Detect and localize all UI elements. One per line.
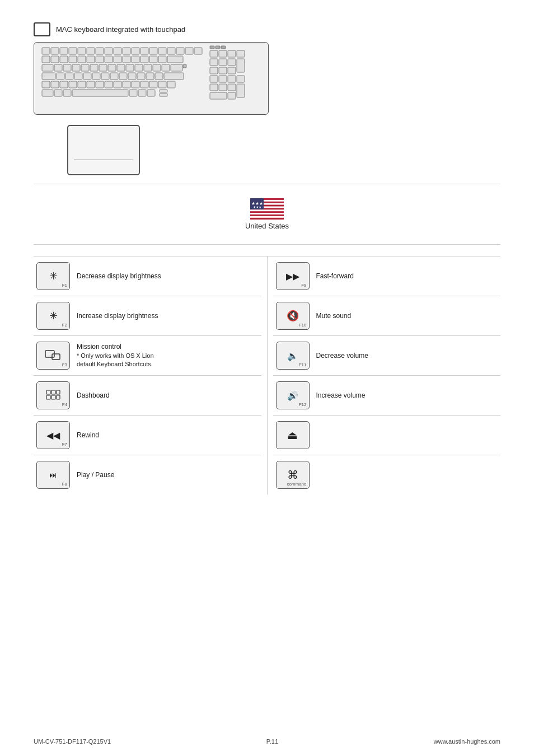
footer: UM-CV-751-DF117-Q215V1 P.11 www.austin-h… — [34, 738, 500, 745]
svg-rect-4 — [78, 48, 86, 54]
svg-rect-13 — [158, 48, 166, 54]
svg-rect-76 — [164, 73, 184, 80]
shortcut-desc-F2: Increase display brightness — [77, 311, 158, 321]
svg-rect-93 — [149, 81, 157, 88]
svg-rect-96 — [210, 84, 218, 91]
svg-rect-64 — [57, 73, 64, 80]
fkey-icon-F8: ⏭F8 — [36, 461, 70, 489]
svg-rect-72 — [128, 73, 136, 80]
svg-rect-89 — [114, 81, 121, 88]
fkey-icon-F1: ✳F1 — [36, 262, 70, 290]
country-label: United States — [245, 222, 289, 230]
shortcut-desc-F11: Decrease volume — [316, 351, 368, 361]
fkey-label-F4: F4 — [62, 402, 67, 407]
svg-rect-108 — [160, 94, 167, 96]
fkey-icon-F4: F4 — [36, 381, 70, 409]
fkey-icon-F3: F3 — [36, 342, 70, 370]
fkey-label-F2: F2 — [62, 323, 67, 328]
touchpad-button-divider — [74, 160, 133, 160]
svg-rect-28 — [69, 56, 77, 63]
svg-rect-0 — [42, 48, 50, 54]
shortcuts-left-column: ✳F1Decrease display brightness✳F2Increas… — [34, 256, 268, 494]
keyboard-svg — [39, 45, 263, 112]
svg-rect-84 — [69, 81, 77, 88]
fkey-label-F10: F10 — [299, 323, 307, 328]
svg-rect-77 — [210, 76, 218, 82]
svg-text:★★★: ★★★ — [253, 206, 261, 209]
svg-rect-37 — [149, 56, 157, 63]
shortcut-row-command: ⌘command — [273, 455, 501, 494]
page: MAC keyboard integrated with touchpad — [0, 0, 534, 517]
svg-rect-88 — [105, 81, 113, 88]
svg-rect-45 — [54, 64, 62, 71]
svg-rect-101 — [54, 90, 62, 96]
svg-rect-53 — [126, 64, 134, 71]
fkey-label-F9: F9 — [301, 283, 306, 288]
svg-rect-91 — [132, 81, 139, 88]
svg-rect-17 — [194, 48, 202, 54]
svg-rect-102 — [63, 90, 71, 96]
shortcut-row-F1: ✳F1Decrease display brightness — [34, 256, 261, 296]
svg-rect-27 — [60, 56, 68, 63]
svg-rect-16 — [185, 48, 193, 54]
svg-rect-1 — [51, 48, 59, 54]
svg-rect-94 — [158, 81, 166, 88]
svg-rect-126 — [46, 395, 50, 399]
svg-rect-71 — [119, 73, 127, 80]
svg-rect-115 — [250, 209, 284, 211]
shortcuts-right-column: ▶▶F9Fast-forward🔇F10Mute sound🔈F11Decrea… — [268, 256, 501, 494]
svg-rect-59 — [183, 64, 186, 68]
svg-rect-18 — [210, 46, 214, 49]
svg-rect-25 — [42, 56, 50, 63]
svg-rect-31 — [96, 56, 104, 63]
shortcut-row-F11: 🔈F11Decrease volume — [273, 336, 501, 376]
svg-rect-40 — [210, 59, 218, 66]
shortcut-row-F12: 🔊F12Increase volume — [273, 376, 501, 416]
svg-rect-69 — [101, 73, 109, 80]
svg-rect-11 — [140, 48, 148, 54]
svg-rect-8 — [114, 48, 121, 54]
svg-rect-19 — [216, 46, 220, 49]
svg-rect-100 — [42, 90, 53, 96]
svg-rect-46 — [63, 64, 71, 71]
svg-rect-97 — [219, 84, 227, 91]
svg-rect-61 — [219, 67, 227, 74]
svg-rect-47 — [72, 64, 80, 71]
shortcut-desc-F1: Decrease display brightness — [77, 272, 161, 281]
svg-rect-124 — [51, 390, 55, 394]
keyboard-diagram — [34, 42, 269, 115]
fkey-label-F3: F3 — [62, 362, 67, 367]
svg-rect-92 — [140, 81, 148, 88]
svg-rect-128 — [57, 395, 60, 399]
fkey-icon-F10: 🔇F10 — [276, 302, 310, 330]
shortcut-desc-F4: Dashboard — [77, 391, 110, 400]
svg-rect-5 — [87, 48, 95, 54]
keyboard-icon-box — [34, 22, 50, 36]
fkey-label-F11: F11 — [299, 362, 307, 367]
shortcut-row-F4: F4Dashboard — [34, 376, 261, 416]
shortcuts-wrapper: ✳F1Decrease display brightness✳F2Increas… — [34, 256, 500, 494]
footer-website: www.austin-hughes.com — [434, 738, 500, 745]
svg-rect-105 — [138, 90, 146, 96]
section-divider-2 — [34, 244, 500, 245]
svg-rect-15 — [176, 48, 184, 54]
shortcut-row-F7: ◀◀F7Rewind — [34, 416, 261, 455]
svg-rect-107 — [160, 90, 167, 92]
svg-rect-34 — [123, 56, 130, 63]
svg-rect-26 — [51, 56, 59, 63]
svg-rect-35 — [132, 56, 139, 63]
svg-rect-33 — [114, 56, 121, 63]
shortcuts-section: ✳F1Decrease display brightness✳F2Increas… — [34, 256, 500, 494]
svg-rect-95 — [167, 81, 175, 88]
svg-rect-20 — [221, 46, 226, 49]
svg-rect-67 — [83, 73, 91, 80]
svg-rect-22 — [219, 50, 227, 57]
shortcut-desc-F12: Increase volume — [316, 391, 366, 400]
svg-rect-2 — [60, 48, 68, 54]
fkey-label-F1: F1 — [62, 283, 67, 288]
svg-rect-103 — [72, 90, 128, 96]
svg-rect-66 — [74, 73, 82, 80]
flag-section: ★★★ ★★★ United States — [34, 193, 500, 236]
svg-rect-80 — [237, 76, 245, 82]
fkey-label-F12: F12 — [299, 402, 307, 407]
